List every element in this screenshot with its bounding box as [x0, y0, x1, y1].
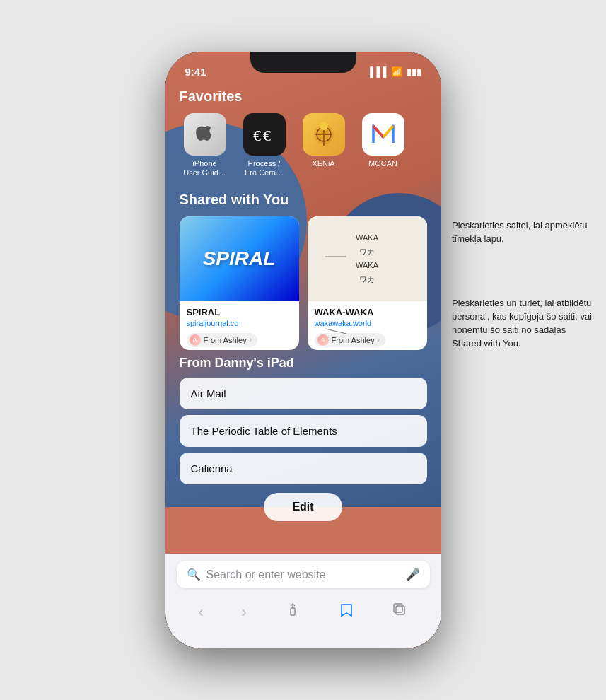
danny-section: From Danny's iPad Air Mail The Periodic …: [180, 356, 427, 521]
waka-url: wakawaka.world: [315, 319, 420, 327]
back-button[interactable]: ‹: [192, 597, 209, 627]
annotation-1: Pieskarieties saitei, lai apmeklētu tīme…: [452, 219, 593, 246]
phone-shell: 9:41 ▐▐▐ 📶 ▮▮▮ Favorites iPhoneUser Guid…: [165, 52, 441, 648]
spiral-card-info: SPIRAL spiraljournal.co A From Ashley ›: [180, 301, 299, 350]
favorites-title: Favorites: [180, 88, 427, 105]
search-bar-wrap: 🔍 Search or enter website 🎤: [165, 554, 441, 594]
forward-button[interactable]: ›: [236, 597, 252, 627]
fav-label-apple: iPhoneUser Guid…: [183, 159, 226, 177]
shared-card-spiral[interactable]: SPIRAL SPIRAL spiraljournal.co A From As…: [180, 216, 299, 350]
fav-item-mocan[interactable]: MOCAN: [358, 113, 409, 177]
fav-item-process[interactable]: €€ Process /Era Cera…: [239, 113, 290, 177]
screen: 9:41 ▐▐▐ 📶 ▮▮▮ Favorites iPhoneUser Guid…: [165, 52, 441, 648]
status-time: 9:41: [185, 66, 206, 78]
search-placeholder[interactable]: Search or enter website: [206, 568, 400, 581]
favorites-grid: iPhoneUser Guid… €€ Process /Era Cera…: [180, 113, 427, 177]
waka-logo-text: WAKAワカWAKAワカ: [356, 231, 378, 287]
shared-cards: SPIRAL SPIRAL spiraljournal.co A From As…: [180, 216, 427, 350]
svg-rect-11: [291, 608, 295, 615]
fav-icon-apple: [184, 113, 226, 156]
mic-icon[interactable]: 🎤: [406, 568, 420, 581]
signal-icon: ▐▐▐: [367, 66, 387, 77]
shared-with-you-title: Shared with You: [180, 192, 427, 208]
fav-item-apple[interactable]: iPhoneUser Guid…: [180, 113, 231, 177]
svg-text:€: €: [253, 127, 261, 144]
search-bar[interactable]: 🔍 Search or enter website 🎤: [177, 561, 430, 588]
fav-label-xenia: XENiA: [312, 159, 334, 168]
svg-point-6: [320, 122, 328, 130]
fav-icon-process: €€: [243, 113, 286, 156]
list-item-periodic[interactable]: The Periodic Table of Elements: [180, 415, 427, 447]
waka-card-info: WAKA-WAKA wakawaka.world A From Ashley ›: [308, 301, 427, 350]
bottom-bar: 🔍 Search or enter website 🎤 ‹ ›: [165, 554, 441, 648]
shared-card-waka[interactable]: WAKAワカWAKAワカ WAKA-WAKA wakawaka.world A …: [308, 216, 427, 350]
edit-button[interactable]: Edit: [264, 493, 342, 521]
waka-from-label: From Ashley: [332, 336, 375, 344]
list-item-calienna[interactable]: Calienna: [180, 453, 427, 484]
waka-title: WAKA-WAKA: [315, 307, 420, 317]
fav-icon-mocan: [362, 113, 404, 156]
spiral-image: SPIRAL: [180, 216, 299, 301]
spiral-from-chevron: ›: [250, 336, 252, 344]
share-button[interactable]: [279, 597, 306, 627]
tabs-button[interactable]: [387, 597, 414, 627]
search-icon: 🔍: [187, 568, 201, 581]
fav-icon-xenia: [303, 113, 345, 156]
svg-text:€: €: [263, 127, 271, 144]
edit-button-wrap: Edit: [180, 493, 427, 521]
toolbar: ‹ ›: [165, 594, 441, 648]
list-item-airmail[interactable]: Air Mail: [180, 378, 427, 409]
fav-label-mocan: MOCAN: [368, 159, 397, 168]
scroll-content: Favorites iPhoneUser Guid… €€ Process /E…: [165, 88, 441, 521]
waka-image: WAKAワカWAKAワカ: [308, 216, 427, 301]
battery-icon: ▮▮▮: [407, 66, 421, 77]
fav-label-process: Process /Era Cera…: [245, 159, 284, 177]
danny-title: From Danny's iPad: [180, 356, 427, 371]
waka-from-badge[interactable]: A From Ashley ›: [315, 333, 385, 347]
spiral-from-label: From Ashley: [204, 336, 247, 344]
notch: [250, 52, 356, 73]
spiral-from-badge[interactable]: A From Ashley ›: [187, 333, 257, 347]
svg-rect-13: [394, 604, 402, 612]
spiral-from-avatar: A: [190, 334, 201, 346]
waka-from-avatar: A: [317, 334, 329, 346]
waka-from-chevron: ›: [378, 336, 380, 344]
annotation-2: Pieskarieties un turiet, lai atbildētu p…: [452, 297, 593, 350]
spiral-logo-text: SPIRAL: [203, 247, 276, 270]
spiral-title: SPIRAL: [187, 307, 292, 317]
bookmarks-button[interactable]: [333, 597, 360, 627]
spiral-url: spiraljournal.co: [187, 319, 292, 327]
fav-item-xenia[interactable]: XENiA: [298, 113, 349, 177]
wifi-icon: 📶: [391, 66, 402, 77]
svg-rect-12: [396, 606, 404, 614]
status-icons: ▐▐▐ 📶 ▮▮▮: [367, 66, 421, 77]
